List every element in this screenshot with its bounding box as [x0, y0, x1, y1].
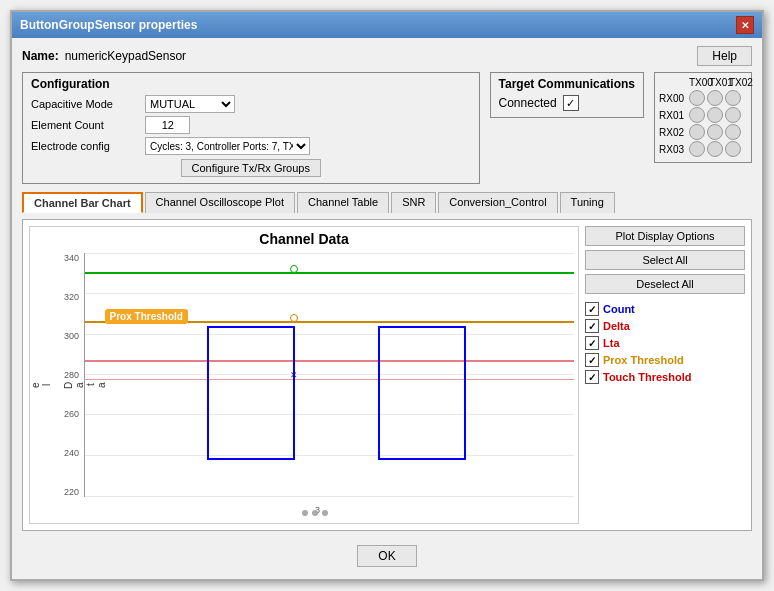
y-tick-240: 240 [52, 448, 82, 458]
top-section: Configuration Capacitive Mode MUTUAL Ele… [22, 72, 752, 184]
legend-touch-threshold: ✓ Touch Threshold [585, 370, 745, 384]
dot-rx00-tx02 [725, 90, 741, 106]
element-count-input[interactable] [145, 116, 190, 134]
dot-rx01-tx00 [689, 107, 705, 123]
legend-touch-check[interactable]: ✓ [585, 370, 599, 384]
grid-line-0 [85, 253, 574, 254]
legend-delta: ✓ Delta [585, 319, 745, 333]
legend-lta-label: Lta [603, 337, 620, 349]
chart-inner: C h a n n e l D a t a 340 320 300 280 26… [30, 251, 578, 519]
y-tick-300: 300 [52, 331, 82, 341]
chart-area: Channel Data C h a n n e l D a t a 340 3… [23, 220, 751, 530]
config-row-capacitive: Capacitive Mode MUTUAL [31, 95, 471, 113]
dot-rx03-tx00 [689, 141, 705, 157]
chart-panel: Channel Data C h a n n e l D a t a 340 3… [29, 226, 579, 524]
y-tick-340: 340 [52, 253, 82, 263]
deselect-all-button[interactable]: Deselect All [585, 274, 745, 294]
dot-rx01-tx02 [725, 107, 741, 123]
name-value: numericKeypadSensor [65, 49, 186, 63]
legend: ✓ Count ✓ Delta ✓ Lta ✓ [585, 302, 745, 384]
grid-line-6 [85, 496, 574, 497]
main-window: ButtonGroupSensor properties ✕ Name: num… [10, 10, 764, 581]
connected-label: Connected [499, 96, 557, 110]
configure-tx-rx-button[interactable]: Configure Tx/Rx Groups [181, 159, 321, 177]
y-axis-label: C h a n n e l D a t a [30, 251, 52, 519]
dot-rx02-tx00 [689, 124, 705, 140]
lta-line [85, 379, 574, 380]
tab-conversion-control[interactable]: Conversion_Control [438, 192, 557, 213]
legend-count: ✓ Count [585, 302, 745, 316]
chart-plot: 340 320 300 280 260 240 220 [52, 251, 578, 519]
y-tick-280: 280 [52, 370, 82, 380]
grid-line-2 [85, 334, 574, 335]
rx00-row: RX00 [659, 90, 747, 106]
tab-snr[interactable]: SNR [391, 192, 436, 213]
plot-display-options-button[interactable]: Plot Display Options [585, 226, 745, 246]
tab-channel-bar-chart[interactable]: Channel Bar Chart [22, 192, 143, 213]
dot-rx03-tx02 [725, 141, 741, 157]
rx03-row: RX03 [659, 141, 747, 157]
legend-delta-check[interactable]: ✓ [585, 319, 599, 333]
close-button[interactable]: ✕ [736, 16, 754, 34]
config-group: Configuration Capacitive Mode MUTUAL Ele… [22, 72, 480, 184]
rx02-label: RX02 [659, 127, 687, 138]
dot-rx02-tx02 [725, 124, 741, 140]
name-label: Name: [22, 49, 59, 63]
config-row-element: Element Count [31, 116, 471, 134]
scroll-dot-3 [322, 510, 328, 516]
plot-area: ✕ Prox Threshold [84, 253, 574, 497]
tabs-row: Channel Bar Chart Channel Oscilloscope P… [22, 192, 752, 213]
dot-rx01-tx01 [707, 107, 723, 123]
tab-tuning[interactable]: Tuning [560, 192, 615, 213]
dot-rx00-tx00 [689, 90, 705, 106]
prox-threshold-badge: Prox Threshold [105, 309, 188, 324]
window-body: Name: numericKeypadSensor Help Configura… [12, 38, 762, 579]
rx02-row: RX02 [659, 124, 747, 140]
config-title: Configuration [31, 77, 471, 91]
name-row: Name: numericKeypadSensor Help [22, 46, 752, 66]
dot-rx03-tx01 [707, 141, 723, 157]
ok-button[interactable]: OK [357, 545, 416, 567]
scroll-indicator [302, 509, 328, 517]
title-bar: ButtonGroupSensor properties ✕ [12, 12, 762, 38]
connected-checkbox[interactable]: ✓ [563, 95, 579, 111]
grid-line-1 [85, 293, 574, 294]
tab-channel-table[interactable]: Channel Table [297, 192, 389, 213]
grid-line-5 [85, 455, 574, 456]
legend-delta-label: Delta [603, 320, 630, 332]
help-button[interactable]: Help [697, 46, 752, 66]
connected-row: Connected ✓ [499, 95, 635, 111]
bar-1 [207, 326, 295, 460]
rx01-label: RX01 [659, 110, 687, 121]
tab-channel-oscilloscope[interactable]: Channel Oscilloscope Plot [145, 192, 295, 213]
tx01-header: TX01 [709, 77, 727, 88]
legend-lta-check[interactable]: ✓ [585, 336, 599, 350]
legend-touch-label: Touch Threshold [603, 371, 691, 383]
legend-prox-check[interactable]: ✓ [585, 353, 599, 367]
window-title: ButtonGroupSensor properties [20, 18, 197, 32]
capacitive-select[interactable]: MUTUAL [145, 95, 235, 113]
select-all-button[interactable]: Select All [585, 250, 745, 270]
y-tick-260: 260 [52, 409, 82, 419]
right-panel: Plot Display Options Select All Deselect… [585, 226, 745, 524]
chart-title: Channel Data [30, 227, 578, 251]
tx-rx-header: TX00 TX01 TX02 [689, 77, 747, 88]
y-tick-320: 320 [52, 292, 82, 302]
grid-line-4 [85, 414, 574, 415]
tx-rx-grid: TX00 TX01 TX02 RX00 RX01 RX02 [654, 72, 752, 163]
y-tick-220: 220 [52, 487, 82, 497]
target-comm-title: Target Communications [499, 77, 635, 91]
electrode-select[interactable]: Cycles: 3, Controller Ports: 7, TX: 3, R… [145, 137, 310, 155]
count-line [85, 272, 574, 274]
capacitive-label: Capacitive Mode [31, 98, 141, 110]
config-row-electrode: Electrode config Cycles: 3, Controller P… [31, 137, 471, 155]
bottom-bar: OK [22, 537, 752, 571]
legend-prox-label: Prox Threshold [603, 354, 684, 366]
rx01-row: RX01 [659, 107, 747, 123]
title-bar-left: ButtonGroupSensor properties [20, 18, 197, 32]
bar-2 [378, 326, 466, 460]
scroll-dot-1 [302, 510, 308, 516]
legend-lta: ✓ Lta [585, 336, 745, 350]
legend-count-check[interactable]: ✓ [585, 302, 599, 316]
touch-threshold-line [85, 360, 574, 362]
